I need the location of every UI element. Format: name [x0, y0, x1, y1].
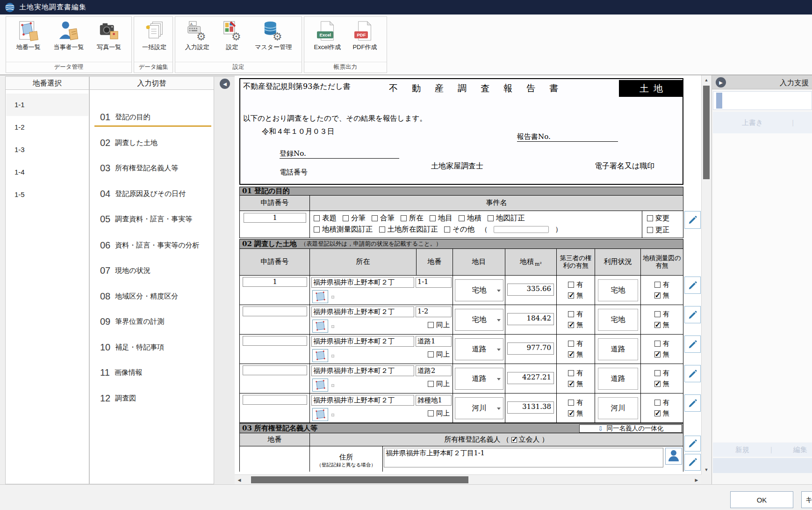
- witness-checkbox[interactable]: [511, 437, 517, 443]
- ditto-checkbox[interactable]: 同上: [428, 409, 450, 418]
- row-app-no-input[interactable]: [243, 336, 307, 346]
- pdf-create-button[interactable]: PDF PDF作成: [348, 19, 381, 52]
- check-chiseki[interactable]: 地積: [459, 213, 481, 223]
- batch-settings-button[interactable]: 一括設定: [138, 19, 171, 52]
- parcel-item-1-3[interactable]: 1-3: [6, 138, 88, 161]
- check-shozaizu-teisei[interactable]: 土地所在図訂正: [379, 225, 438, 234]
- third-party-yes-checkbox[interactable]: 有: [568, 339, 583, 348]
- edit-pencil-button[interactable]: [684, 365, 701, 382]
- third-party-no-checkbox[interactable]: 無: [568, 350, 583, 359]
- ditto-checkbox[interactable]: 同上: [428, 379, 450, 388]
- parcel-no-input[interactable]: 道路1: [416, 336, 452, 347]
- other-case-input[interactable]: [494, 226, 549, 233]
- third-party-yes-checkbox[interactable]: 有: [568, 280, 583, 289]
- usage-input[interactable]: 宅地: [598, 279, 638, 301]
- scroll-up-icon[interactable]: ▲: [702, 75, 711, 85]
- plot-map-button[interactable]: [312, 379, 328, 392]
- row-app-no-input[interactable]: 1: [243, 277, 307, 287]
- area-input[interactable]: 3131.38: [507, 401, 554, 414]
- support-list[interactable]: [713, 91, 812, 110]
- check-gappitsu[interactable]: 合筆: [372, 213, 395, 223]
- parcel-list-button[interactable]: 地番一覧: [12, 19, 45, 52]
- switch-item-12[interactable]: 12 調査図: [90, 390, 214, 406]
- settings-button[interactable]: ⚙ 設定: [217, 19, 247, 52]
- third-party-yes-checkbox[interactable]: 有: [568, 310, 583, 319]
- vertical-scrollbar[interactable]: ▲ ▼: [701, 75, 711, 474]
- usage-input[interactable]: 道路: [598, 338, 638, 360]
- switch-item-01[interactable]: 01 登記の目的: [90, 109, 214, 125]
- edit-pencil-button[interactable]: [684, 306, 701, 323]
- plot-map-button[interactable]: [312, 320, 328, 333]
- edit-pencil-button[interactable]: [684, 454, 701, 471]
- check-bunpitsu[interactable]: 分筆: [343, 213, 366, 223]
- scroll-right-icon[interactable]: ▶: [692, 475, 701, 485]
- third-party-no-checkbox[interactable]: 無: [568, 291, 583, 300]
- location-input[interactable]: 福井県福井市上野本町２丁: [311, 395, 414, 406]
- location-input[interactable]: 福井県福井市上野本町２丁: [311, 277, 414, 288]
- switch-item-03[interactable]: 03 所有権登記名義人等: [90, 160, 214, 176]
- survey-map-yes-checkbox[interactable]: 有: [654, 280, 670, 289]
- plot-map-button[interactable]: [312, 290, 328, 303]
- edit-pencil-button[interactable]: [684, 436, 701, 452]
- switch-item-02[interactable]: 02 調査した土地: [90, 135, 214, 151]
- check-chizu-teisei[interactable]: 地図訂正: [488, 213, 525, 223]
- check-sonota[interactable]: その他: [444, 225, 474, 234]
- scroll-down-icon[interactable]: ▼: [702, 465, 711, 474]
- survey-map-no-checkbox[interactable]: 無: [654, 321, 670, 329]
- switch-item-10[interactable]: 10 補足・特記事項: [90, 339, 214, 355]
- location-input[interactable]: 福井県福井市上野本町２丁: [311, 365, 414, 376]
- ditto-checkbox[interactable]: 同上: [428, 350, 450, 359]
- edit-pencil-button[interactable]: [684, 277, 701, 294]
- check-sokuryouzu-teisei[interactable]: 地積測量図訂正: [314, 225, 373, 234]
- parcel-item-1-1[interactable]: 1-1: [6, 94, 88, 116]
- parcel-no-input[interactable]: 道路2: [416, 365, 452, 376]
- survey-map-no-checkbox[interactable]: 無: [654, 409, 670, 418]
- area-input[interactable]: 4227.21: [507, 372, 554, 384]
- check-henkou[interactable]: 変更: [647, 214, 669, 223]
- report-no-field[interactable]: 報告書No.: [517, 132, 618, 142]
- survey-map-yes-checkbox[interactable]: 有: [654, 398, 670, 407]
- edit-button[interactable]: 編集: [793, 445, 807, 454]
- registration-no-field[interactable]: 登録No.: [280, 149, 399, 159]
- vertical-scroll-thumb[interactable]: [703, 86, 710, 179]
- ok-button[interactable]: OK: [730, 491, 793, 508]
- plot-map-button[interactable]: [312, 349, 328, 362]
- parcel-item-1-5[interactable]: 1-5: [6, 183, 88, 206]
- collapse-right-icon[interactable]: ▶: [716, 77, 726, 87]
- owner-address-input[interactable]: 福井県福井市上野本町２丁目1-1: [384, 448, 663, 467]
- usage-input[interactable]: 道路: [598, 368, 638, 390]
- survey-map-yes-checkbox[interactable]: 有: [654, 339, 670, 348]
- chimoku-dropdown[interactable]: 河川: [455, 397, 503, 419]
- switch-item-08[interactable]: 08 地域区分・精度区分: [90, 288, 214, 304]
- check-kousei[interactable]: 更正: [647, 226, 669, 234]
- owner-person-button[interactable]: [665, 448, 682, 465]
- row-app-no-input[interactable]: [243, 306, 307, 316]
- switch-item-04[interactable]: 04 登記原因及びその日付: [90, 186, 214, 202]
- third-party-no-checkbox[interactable]: 無: [568, 379, 583, 388]
- chimoku-dropdown[interactable]: 宅地: [455, 309, 503, 331]
- edit-pencil-button[interactable]: [684, 211, 701, 229]
- check-shozai[interactable]: 所在: [401, 213, 424, 223]
- parcel-item-1-4[interactable]: 1-4: [6, 161, 88, 183]
- survey-map-no-checkbox[interactable]: 無: [654, 350, 670, 359]
- switch-item-05[interactable]: 05 調査資料・証言・事実等: [90, 211, 214, 227]
- chimoku-dropdown[interactable]: 道路: [455, 368, 503, 390]
- location-input[interactable]: 福井県福井市上野本町２丁: [311, 336, 414, 347]
- third-party-yes-checkbox[interactable]: 有: [568, 398, 583, 407]
- survey-map-yes-checkbox[interactable]: 有: [654, 310, 670, 319]
- area-input[interactable]: 977.70: [507, 342, 554, 355]
- master-management-button[interactable]: ⚙ マスター管理: [251, 19, 296, 52]
- switch-item-07[interactable]: 07 現地の状況: [90, 262, 214, 278]
- excel-create-button[interactable]: Excel Excel作成: [310, 19, 345, 52]
- third-party-no-checkbox[interactable]: 無: [568, 409, 583, 418]
- parcel-item-1-2[interactable]: 1-2: [6, 116, 88, 138]
- switch-item-09[interactable]: 09 筆界位置の計測: [90, 313, 214, 329]
- row-app-no-input[interactable]: [243, 395, 307, 405]
- check-chimoku[interactable]: 地目: [430, 213, 453, 223]
- ditto-checkbox[interactable]: 同上: [428, 321, 450, 329]
- party-list-button[interactable]: 当事者一覧: [49, 19, 88, 52]
- area-input[interactable]: 335.66: [507, 284, 554, 296]
- survey-map-yes-checkbox[interactable]: 有: [654, 369, 670, 378]
- parcel-no-input[interactable]: 1-2: [416, 306, 452, 317]
- switch-item-11[interactable]: 11 画像情報: [90, 364, 214, 380]
